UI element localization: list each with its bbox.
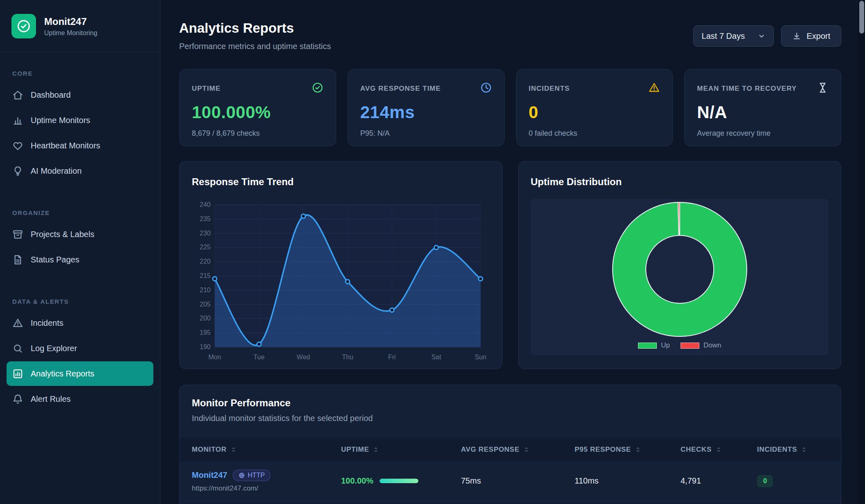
uptime-distribution-card: Uptime Distribution UpDown bbox=[518, 161, 842, 369]
brand-logo-check-icon bbox=[11, 14, 36, 38]
svg-text:Sun: Sun bbox=[475, 354, 486, 361]
column-header-checks[interactable]: CHECKS bbox=[681, 446, 757, 454]
brand-subtitle: Uptime Monitoring bbox=[44, 29, 97, 37]
scrollbar-thumb[interactable] bbox=[859, 1, 864, 34]
export-button[interactable]: Export bbox=[781, 25, 841, 47]
stat-subtext: Average recovery time bbox=[697, 129, 829, 138]
page-title: Analytics Reports bbox=[179, 20, 331, 36]
home-icon bbox=[12, 90, 23, 101]
app-root: Monit247 Uptime Monitoring COREDashboard… bbox=[0, 0, 865, 504]
stat-label: UPTIME bbox=[192, 85, 220, 93]
stats-row: UPTIME100.000%8,679 / 8,679 checksAVG RE… bbox=[179, 69, 841, 146]
header-actions: Last 7 Days Export bbox=[693, 25, 841, 47]
legend-label: Up bbox=[661, 341, 670, 349]
chart-title-response-time: Response Time Trend bbox=[192, 176, 490, 188]
chart-title-uptime-distribution: Uptime Distribution bbox=[531, 176, 829, 188]
svg-text:200: 200 bbox=[200, 315, 211, 322]
stat-card-uptime: UPTIME100.000%8,679 / 8,679 checks bbox=[179, 69, 336, 146]
sidebar-item-alert-rules[interactable]: Alert Rules bbox=[7, 387, 153, 411]
brand: Monit247 Uptime Monitoring bbox=[0, 0, 160, 52]
response-time-trend-card: Response Time Trend 19019520020521021522… bbox=[179, 161, 503, 369]
stat-value: N/A bbox=[697, 103, 829, 122]
svg-text:230: 230 bbox=[200, 230, 211, 237]
sidebar-item-status-pages[interactable]: Status Pages bbox=[7, 247, 153, 272]
stat-subtext: P95: N/A bbox=[360, 129, 492, 138]
stat-subtext: 0 failed checks bbox=[529, 129, 661, 138]
nav-section-data-alerts: DATA & ALERTSIncidentsLog ExplorerAnalyt… bbox=[0, 298, 160, 411]
monitor-table: MONITORUPTIMEAVG RESPONSEP95 RESPONSECHE… bbox=[180, 438, 841, 501]
sort-icon bbox=[635, 446, 641, 453]
sidebar-item-label: Incidents bbox=[31, 318, 63, 328]
monitor-type-badge: HTTP bbox=[233, 470, 271, 481]
monitor-link[interactable]: Monit247 bbox=[192, 470, 227, 480]
brand-name: Monit247 bbox=[44, 16, 97, 27]
svg-text:240: 240 bbox=[200, 201, 211, 208]
stat-card-incidents: INCIDENTS00 failed checks bbox=[516, 69, 673, 146]
bar-chart-icon bbox=[12, 115, 23, 126]
donut-legend: UpDown bbox=[638, 341, 721, 349]
sidebar-item-label: Alert Rules bbox=[31, 394, 71, 404]
table-header-row: MONITORUPTIMEAVG RESPONSEP95 RESPONSECHE… bbox=[180, 438, 841, 461]
table-subtitle: Individual monitor statistics for the se… bbox=[192, 414, 829, 423]
uptime-progress-bar bbox=[380, 479, 418, 483]
legend-item-down[interactable]: Down bbox=[681, 341, 721, 349]
date-range-select[interactable]: Last 7 Days bbox=[693, 25, 774, 47]
charts-row: Response Time Trend 19019520020521021522… bbox=[179, 161, 841, 369]
svg-text:Sat: Sat bbox=[431, 354, 442, 361]
checks-cell: 4,791 bbox=[681, 476, 757, 486]
sidebar-item-incidents[interactable]: Incidents bbox=[7, 311, 153, 335]
page-scrollbar bbox=[858, 0, 865, 504]
download-icon bbox=[792, 31, 801, 40]
column-header-avg-response[interactable]: AVG RESPONSE bbox=[461, 446, 575, 454]
stat-label: MEAN TIME TO RECOVERY bbox=[697, 85, 797, 93]
sidebar-item-heartbeat-monitors[interactable]: Heartbeat Monitors bbox=[7, 133, 153, 158]
sort-icon bbox=[801, 446, 807, 453]
sort-icon bbox=[373, 446, 379, 453]
nav-section-label: CORE bbox=[7, 70, 153, 77]
svg-text:Tue: Tue bbox=[254, 354, 265, 361]
sidebar-nav: COREDashboardUptime MonitorsHeartbeat Mo… bbox=[0, 70, 160, 411]
sidebar-item-label: AI Moderation bbox=[31, 166, 82, 176]
nav-section-label: ORGANIZE bbox=[7, 209, 153, 216]
column-header-uptime[interactable]: UPTIME bbox=[341, 446, 461, 454]
alert-triangle-icon bbox=[12, 318, 23, 329]
svg-text:Wed: Wed bbox=[297, 354, 310, 361]
sidebar-item-label: Uptime Monitors bbox=[31, 116, 90, 125]
table-title: Monitor Performance bbox=[192, 397, 829, 409]
page-subtitle: Performance metrics and uptime statistic… bbox=[179, 42, 331, 51]
lightbulb-icon bbox=[12, 166, 23, 177]
table-row-monit247[interactable]: Monit247HTTPhttps://monit247.com/100.00%… bbox=[180, 461, 841, 501]
column-header-p95-response[interactable]: P95 RESPONSE bbox=[575, 446, 681, 454]
sidebar-item-dashboard[interactable]: Dashboard bbox=[7, 83, 153, 107]
date-range-value: Last 7 Days bbox=[702, 31, 745, 41]
legend-swatch bbox=[638, 343, 657, 349]
svg-text:225: 225 bbox=[200, 244, 211, 251]
sidebar-item-uptime-monitors[interactable]: Uptime Monitors bbox=[7, 108, 153, 132]
monitor-url: https://monit247.com/ bbox=[192, 484, 341, 493]
sidebar-item-log-explorer[interactable]: Log Explorer bbox=[7, 336, 153, 361]
export-label: Export bbox=[807, 31, 830, 41]
svg-text:215: 215 bbox=[200, 272, 211, 279]
sidebar-item-label: Projects & Labels bbox=[31, 230, 94, 239]
legend-item-up[interactable]: Up bbox=[638, 341, 670, 349]
archive-icon bbox=[12, 229, 23, 240]
svg-text:205: 205 bbox=[200, 301, 211, 308]
sidebar-item-ai-moderation[interactable]: AI Moderation bbox=[7, 159, 153, 183]
response-time-line-chart: 190195200205210215220225230235240MonTueW… bbox=[192, 199, 490, 365]
uptime-cell: 100.00% bbox=[341, 476, 461, 486]
file-text-icon bbox=[12, 254, 23, 265]
sort-icon bbox=[230, 446, 237, 453]
clock-icon bbox=[480, 82, 492, 94]
stat-subtext: 8,679 / 8,679 checks bbox=[192, 129, 324, 138]
column-header-incidents[interactable]: INCIDENTS bbox=[757, 446, 841, 454]
incidents-badge: 0 bbox=[757, 475, 773, 487]
column-header-monitor[interactable]: MONITOR bbox=[192, 446, 341, 454]
globe-icon bbox=[238, 472, 245, 479]
svg-text:210: 210 bbox=[200, 287, 211, 293]
stat-value: 214ms bbox=[360, 103, 492, 122]
sidebar-item-analytics-reports[interactable]: Analytics Reports bbox=[7, 361, 153, 386]
sidebar-item-projects-labels[interactable]: Projects & Labels bbox=[7, 222, 153, 246]
svg-text:235: 235 bbox=[200, 215, 211, 222]
sort-icon bbox=[523, 446, 530, 453]
stat-label: AVG RESPONSE TIME bbox=[360, 85, 441, 93]
